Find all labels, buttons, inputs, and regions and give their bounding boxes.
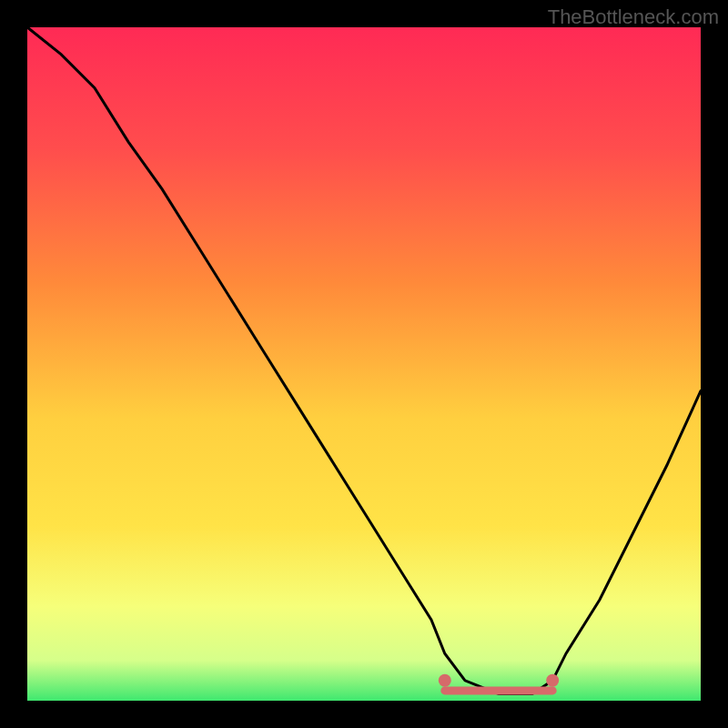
chart-container: TheBottleneck.com xyxy=(0,0,728,728)
bottleneck-curve-path xyxy=(27,27,701,694)
curve-marker xyxy=(439,674,451,687)
plot-area xyxy=(27,27,701,701)
curve-marker xyxy=(546,674,559,687)
marker-group xyxy=(439,674,559,687)
watermark-text: TheBottleneck.com xyxy=(548,5,719,29)
bottleneck-curve-svg xyxy=(27,27,701,701)
